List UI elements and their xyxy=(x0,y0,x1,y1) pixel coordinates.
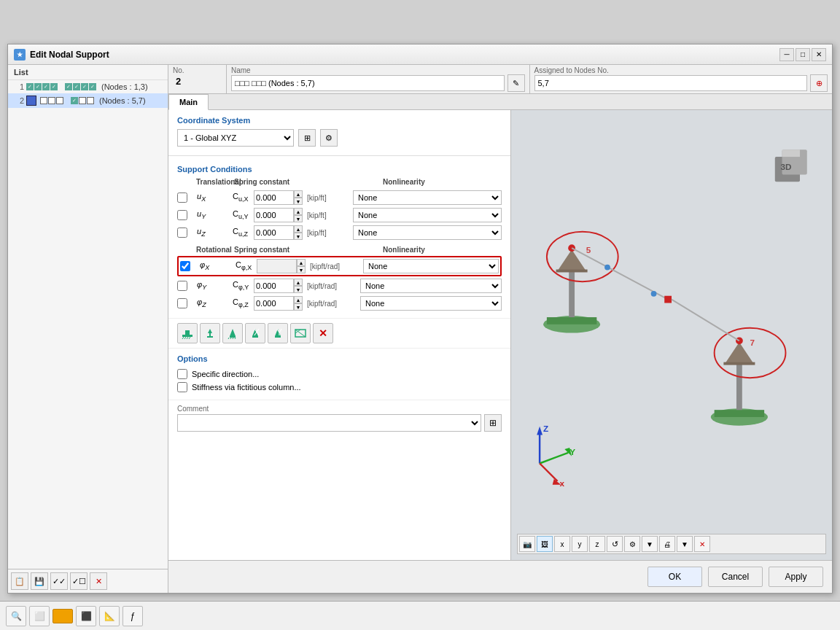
support-icon-btn7[interactable]: ✕ xyxy=(313,323,333,343)
phiy-checkbox[interactable] xyxy=(177,281,187,291)
view-close-button[interactable]: ✕ xyxy=(694,536,710,552)
assigned-select-button[interactable]: ⊕ xyxy=(810,74,828,92)
check-icon: ✓ xyxy=(81,83,88,90)
view-print-button[interactable]: 🖨 xyxy=(659,536,675,552)
view-rotate-button[interactable]: ↺ xyxy=(607,536,623,552)
coord-select[interactable]: 1 - Global XYZ xyxy=(177,129,294,147)
ux-up[interactable]: ▲ xyxy=(294,190,303,198)
svg-text:X: X xyxy=(254,327,260,338)
nonlin-header: Nonlinearity xyxy=(383,178,502,186)
phiz-nonlin[interactable]: None xyxy=(360,296,502,311)
taskbar-search-button[interactable]: 🔍 xyxy=(6,606,26,626)
coord-btn1[interactable]: ⊞ xyxy=(298,129,316,147)
uy-checkbox[interactable] xyxy=(177,210,187,220)
3d-scene: 3D xyxy=(511,110,832,560)
view-zaxis-button[interactable]: z xyxy=(589,536,605,552)
view-print-more[interactable]: ▼ xyxy=(677,536,693,552)
uz-down[interactable]: ▼ xyxy=(294,233,303,240)
view-yaxis-button[interactable]: y xyxy=(572,536,588,552)
uz-checkbox[interactable] xyxy=(177,228,187,238)
option-row-1: Specific direction... xyxy=(177,368,502,381)
comment-input[interactable] xyxy=(177,414,481,432)
list-item[interactable]: 1 ✓ ✓ ✓ ✓ ✓ ✓ ✓ ✓ (Nodes : 1,3) xyxy=(8,80,168,93)
uy-down[interactable]: ▼ xyxy=(294,215,303,222)
assigned-input[interactable] xyxy=(534,75,808,91)
phix-input[interactable] xyxy=(257,259,297,273)
list-delete-button[interactable]: ✕ xyxy=(90,572,107,590)
spring-rot-header: Spring constant xyxy=(234,246,329,254)
specific-direction-checkbox[interactable] xyxy=(177,369,187,379)
tab-main[interactable]: Main xyxy=(168,94,209,110)
list-uncheck-button[interactable]: ✓☐ xyxy=(70,572,88,590)
phix-up[interactable]: ▲ xyxy=(297,259,306,266)
uy-up[interactable]: ▲ xyxy=(294,208,303,215)
taskbar-measure-button[interactable]: 📐 xyxy=(99,606,120,626)
phiy-input[interactable] xyxy=(254,279,294,293)
phiy-unit: [kipft/rad] xyxy=(307,282,358,290)
rotational-headers: Rotational Spring constant Nonlinearity xyxy=(177,241,502,255)
uz-row: uZ Cu,Z ▲ ▼ [kip/ft] None xyxy=(177,224,502,241)
phiz-input[interactable] xyxy=(254,296,294,311)
view-xaxis-button[interactable]: x xyxy=(554,536,570,552)
phix-nonlin[interactable]: None xyxy=(363,259,499,273)
view-screenshot-button[interactable]: 📷 xyxy=(519,536,535,552)
list-copy-button[interactable]: 💾 xyxy=(31,572,48,590)
ux-input[interactable] xyxy=(254,190,294,205)
phiy-up[interactable]: ▲ xyxy=(294,279,303,286)
dialog-footer: OK Cancel Apply xyxy=(168,560,832,593)
check-icon: ✓ xyxy=(50,83,58,90)
uz-nonlin[interactable]: None xyxy=(353,225,502,240)
view-render-button[interactable]: 🖼 xyxy=(537,536,553,552)
support-icon-btn1[interactable] xyxy=(177,323,198,343)
svg-point-47 xyxy=(604,265,610,271)
phiz-up[interactable]: ▲ xyxy=(294,296,303,303)
view-settings-button[interactable]: ⚙ xyxy=(624,536,640,552)
phiz-down[interactable]: ▼ xyxy=(294,303,303,311)
coord-btn2[interactable]: ⚙ xyxy=(320,129,338,147)
phiy-nonlin[interactable]: None xyxy=(360,279,502,293)
ux-checkbox[interactable] xyxy=(177,192,187,203)
support-icon-btn5[interactable]: Y xyxy=(268,323,288,343)
support-icon-btn2[interactable] xyxy=(200,323,220,343)
check-icon xyxy=(48,97,55,104)
view-more-button[interactable]: ▼ xyxy=(642,536,658,552)
ux-spin: ▲ ▼ xyxy=(254,190,305,205)
support-icon-btn6[interactable] xyxy=(290,323,311,343)
support-icon-btn3[interactable] xyxy=(222,323,243,343)
taskbar-color-button[interactable] xyxy=(52,609,73,623)
comment-expand-button[interactable]: ⊞ xyxy=(484,414,502,432)
taskbar-cursor-button[interactable]: ⬛ xyxy=(76,606,96,626)
apply-button[interactable]: Apply xyxy=(769,567,823,587)
close-button[interactable]: ✕ xyxy=(812,48,826,61)
ok-button[interactable]: OK xyxy=(648,567,702,587)
support-icon-btn4[interactable]: X xyxy=(245,323,265,343)
uy-nonlin[interactable]: None xyxy=(353,208,502,222)
phiz-checkbox[interactable] xyxy=(177,298,187,308)
taskbar-table-button[interactable]: ⬜ xyxy=(29,606,50,626)
uz-up[interactable]: ▲ xyxy=(294,225,303,233)
cancel-button[interactable]: Cancel xyxy=(708,567,763,587)
stiffness-fictitious-checkbox[interactable] xyxy=(177,382,187,392)
check-icon: ✓ xyxy=(26,83,34,90)
name-edit-button[interactable]: ✎ xyxy=(508,74,525,92)
uz-input[interactable] xyxy=(254,225,294,240)
list-item[interactable]: 2 ✓ (Nodes : 5,7) xyxy=(8,93,168,108)
taskbar-formula-button[interactable]: ƒ xyxy=(122,606,143,626)
ux-unit: [kip/ft] xyxy=(307,194,351,202)
cphix-label: Cφ,X xyxy=(236,260,254,271)
phix-down[interactable]: ▼ xyxy=(297,266,306,273)
uy-input[interactable] xyxy=(254,208,294,222)
minimize-button[interactable]: ─ xyxy=(779,48,794,61)
check-icon: ✓ xyxy=(73,83,80,90)
maximize-button[interactable]: □ xyxy=(796,48,810,61)
svg-line-22 xyxy=(295,330,306,337)
list-check-all-button[interactable]: ✓✓ xyxy=(50,572,68,590)
ux-down[interactable]: ▼ xyxy=(294,198,303,205)
ux-nonlin[interactable]: None xyxy=(353,190,502,205)
svg-text:7: 7 xyxy=(750,338,755,347)
list-add-button[interactable]: 📋 xyxy=(11,572,28,590)
phiy-down[interactable]: ▼ xyxy=(294,286,303,293)
cuy-label: Cu,Y xyxy=(233,209,252,220)
name-input[interactable] xyxy=(231,75,505,91)
phix-checkbox[interactable] xyxy=(180,261,190,271)
